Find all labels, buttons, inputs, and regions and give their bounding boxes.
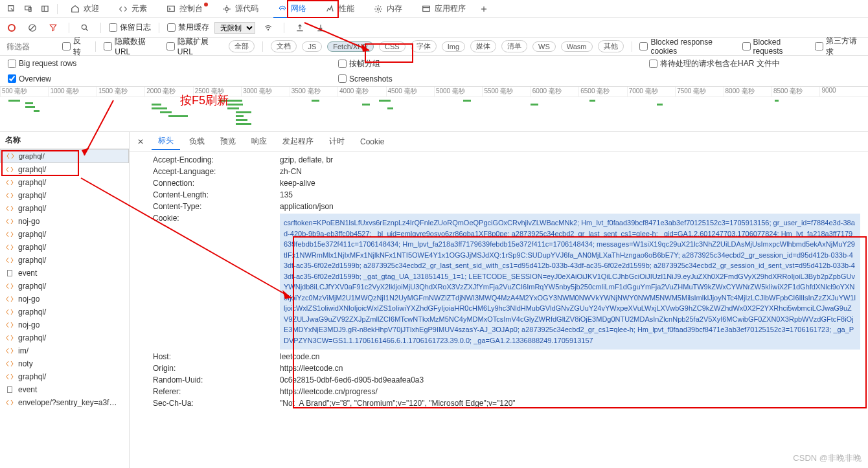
close-detail-icon[interactable]: ✕ (132, 135, 149, 149)
request-row[interactable]: noj-go (0, 293, 129, 306)
tab-memory[interactable]: 内存 (365, 0, 411, 18)
dtab-headers[interactable]: 标头 (152, 133, 180, 150)
invert-checkbox[interactable]: 反转 (62, 36, 87, 58)
request-label: graphql/ (18, 256, 46, 265)
request-row[interactable]: im/ (0, 344, 129, 357)
checkbox-label: 隐藏数据 URL (115, 36, 161, 56)
tab-elements[interactable]: 元素 (109, 0, 156, 18)
pill-doc[interactable]: 文档 (271, 40, 297, 52)
request-row[interactable]: noty (0, 357, 129, 370)
add-tab-icon[interactable] (476, 1, 492, 17)
cookie-value[interactable]: csrftoken=KPoEBN1lsLfUxvs6rEznpLz4IrQFnl… (280, 214, 860, 350)
checkbox-label: 禁用缓存 (178, 22, 209, 33)
filter-icon[interactable] (45, 20, 61, 36)
tab-network[interactable]: 网络 (269, 0, 315, 18)
pill-js[interactable]: JS (302, 41, 322, 52)
request-row[interactable]: noj-go (0, 215, 129, 228)
timeline-tick: 1000 毫秒 (48, 87, 96, 96)
request-label: graphql/ (18, 282, 46, 291)
xhr-icon (5, 165, 14, 174)
tab-application[interactable]: 应用程序 (413, 0, 475, 18)
pill-css[interactable]: CSS (379, 41, 405, 52)
pill-other[interactable]: 其他 (598, 40, 624, 52)
record-icon[interactable] (4, 20, 19, 36)
timeline-bar (312, 100, 319, 102)
panel-icon[interactable] (38, 1, 53, 17)
timeline-bar (463, 100, 471, 102)
tab-performance[interactable]: 性能 (317, 0, 363, 18)
headers-content[interactable]: Accept-Encoding:gzip, deflate, brAccept-… (130, 151, 868, 468)
dtab-preview[interactable]: 预览 (214, 133, 242, 150)
request-row[interactable]: graphql/ (0, 241, 129, 254)
big-rows-checkbox[interactable]: Big request rows (8, 59, 76, 68)
detail-pane: ✕ 标头 负载 预览 响应 发起程序 计时 Cookie Accept-Enco… (130, 132, 868, 468)
request-row[interactable]: envelope/?sentry_key=a3f… (0, 396, 129, 409)
hide-ext-url-checkbox[interactable]: 隐藏扩展 URL (166, 36, 224, 56)
download-icon[interactable] (313, 20, 328, 36)
dtab-cookies[interactable]: Cookie (354, 135, 391, 149)
frame-group-checkbox[interactable]: 按帧分组 (338, 58, 380, 69)
request-row[interactable]: event (0, 383, 129, 396)
filter-input[interactable] (5, 41, 57, 52)
tab-console[interactable]: 控制台 (157, 0, 212, 18)
pill-img[interactable]: Img (442, 41, 465, 52)
dtab-timing[interactable]: 计时 (323, 133, 351, 150)
request-row[interactable]: event (0, 267, 129, 280)
request-row[interactable]: graphql/ (0, 176, 129, 189)
request-row[interactable]: graphql/ (0, 189, 129, 202)
dtab-payload[interactable]: 负载 (183, 133, 211, 150)
pill-ws[interactable]: WS (532, 41, 556, 52)
request-label: noj-go (18, 320, 40, 329)
request-row[interactable]: graphql/ (0, 254, 129, 267)
dtab-response[interactable]: 响应 (245, 133, 273, 150)
request-list[interactable]: 名称 graphql/graphql/graphql/graphql/graph… (0, 132, 130, 468)
tab-sources[interactable]: 源代码 (213, 0, 268, 18)
xhr-icon (5, 256, 14, 265)
preserve-log-checkbox[interactable]: 保留日志 (109, 22, 151, 33)
throttle-select[interactable]: 无限制 (214, 22, 255, 34)
third-party-checkbox[interactable]: 第三方请求 (815, 36, 863, 58)
request-row[interactable]: graphql/ (0, 370, 129, 383)
request-row[interactable]: graphql/ (0, 280, 129, 293)
timeline-bar (775, 100, 779, 102)
wifi-icon[interactable] (260, 20, 276, 36)
request-label: graphql/ (18, 178, 46, 187)
checkbox-label: Big request rows (19, 59, 76, 68)
timeline-bar (379, 100, 391, 102)
screenshots-checkbox[interactable]: Screenshots (338, 74, 393, 84)
request-row[interactable]: graphql/ (0, 149, 129, 163)
pill-all[interactable]: 全部 (229, 40, 255, 52)
dtab-initiator[interactable]: 发起程序 (276, 133, 320, 150)
timeline-overview[interactable]: 500 毫秒1000 毫秒1500 毫秒2000 毫秒2500 毫秒3000 毫… (0, 87, 868, 132)
header-value: 135 (280, 190, 293, 199)
pill-media[interactable]: 媒体 (470, 40, 496, 52)
request-row[interactable]: graphql/ (0, 202, 129, 215)
request-row[interactable]: graphql/ (0, 331, 129, 344)
disable-cache-checkbox[interactable]: 禁用缓存 (167, 22, 209, 33)
pill-font[interactable]: 字体 (411, 40, 437, 52)
tab-welcome[interactable]: 欢迎 (62, 0, 108, 18)
request-label: graphql/ (18, 165, 46, 174)
inspect-icon[interactable] (4, 1, 19, 17)
request-row[interactable]: graphql/ (0, 163, 129, 176)
clear-icon[interactable] (25, 20, 40, 36)
timeline-bar (8, 100, 20, 102)
svg-line-15 (86, 28, 88, 30)
xhr-icon (6, 151, 15, 161)
overview-checkbox[interactable]: Overview (8, 74, 51, 84)
blocked-requests-checkbox[interactable]: Blocked requests (742, 38, 810, 56)
header-key: Accept-Encoding: (137, 155, 280, 164)
request-row[interactable]: graphql/ (0, 306, 129, 318)
search-icon[interactable] (77, 20, 93, 36)
blocked-cookies-checkbox[interactable]: Blocked response cookies (639, 38, 737, 56)
svg-rect-18 (8, 387, 12, 393)
device-icon[interactable] (21, 1, 36, 17)
pill-fetch[interactable]: Fetch/XHR (327, 41, 374, 52)
request-row[interactable]: noj-go (0, 318, 129, 331)
har-pending-checkbox[interactable]: 将待处理的请求包含在HAR 文件中 (649, 58, 780, 69)
upload-icon[interactable] (292, 20, 308, 36)
hide-data-url-checkbox[interactable]: 隐藏数据 URL (104, 36, 161, 56)
pill-wasm[interactable]: Wasm (561, 41, 593, 52)
pill-manifest[interactable]: 清单 (501, 40, 527, 52)
request-row[interactable]: graphql/ (0, 228, 129, 241)
